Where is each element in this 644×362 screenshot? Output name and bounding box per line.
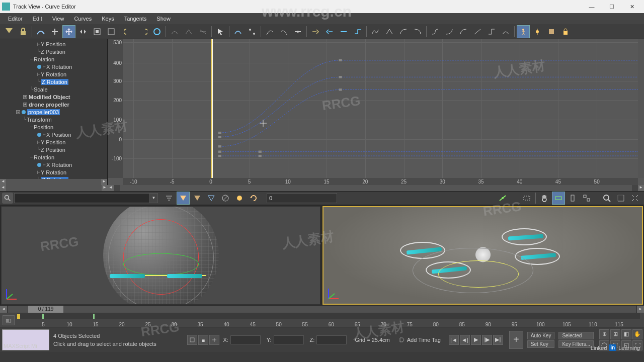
selection-lock-icon[interactable] — [198, 335, 208, 345]
parameter-curve-icon[interactable] — [136, 25, 149, 38]
auto-key-button[interactable]: Auto Key — [527, 332, 555, 339]
zoom-region-icon[interactable] — [520, 192, 533, 205]
show-keyable-icon[interactable] — [531, 25, 544, 38]
tree-item[interactable]: └Scale — [0, 85, 107, 93]
nav-fov-icon[interactable]: ◧ — [621, 329, 631, 339]
viewport-left[interactable] — [1, 206, 320, 305]
set-in-icon[interactable] — [309, 25, 322, 38]
select-icon[interactable] — [214, 25, 227, 38]
search-dropdown[interactable]: ▼ — [150, 193, 158, 203]
tree-item[interactable]: ⊢Y Position — [0, 40, 107, 48]
viewport-right[interactable] — [323, 206, 643, 305]
key-filters-button[interactable]: Key Filters... — [558, 340, 594, 348]
move-keys-icon[interactable] — [62, 25, 75, 38]
search-icon[interactable] — [2, 193, 13, 204]
tree-item[interactable]: ⊢Y Rotation — [0, 70, 107, 78]
tree-item[interactable]: +drone propeller — [0, 101, 107, 108]
edit-keys-icon[interactable] — [182, 25, 195, 38]
goto-start-icon[interactable]: |◄ — [449, 335, 459, 345]
lock-selection-icon[interactable] — [559, 25, 572, 38]
time-next-icon[interactable]: ► — [637, 306, 644, 313]
set-out-icon[interactable] — [323, 25, 336, 38]
name-search-input[interactable] — [14, 193, 150, 203]
tree-hscroll[interactable]: ◄► — [0, 179, 107, 185]
show-biped-icon[interactable] — [517, 25, 530, 38]
set-key-mode-button[interactable]: Set Key — [527, 340, 555, 348]
y-coord-input[interactable] — [274, 335, 304, 344]
filter-unlocked-icon[interactable] — [219, 192, 232, 205]
ease-out-icon[interactable] — [457, 25, 470, 38]
plot-area[interactable] — [123, 39, 638, 178]
lock-selection-toggle[interactable] — [187, 335, 197, 345]
ease-smooth-icon[interactable] — [499, 25, 512, 38]
controller-tree[interactable]: ⊢Y Position└Z Position─Rotation⊢X Rotati… — [0, 39, 108, 185]
nav-zoom-icon[interactable]: ⊕ — [599, 329, 609, 339]
isolate-icon[interactable] — [628, 192, 641, 205]
zoom-value-icon[interactable] — [580, 192, 593, 205]
tree-item[interactable]: ⊢X Rotation — [0, 63, 107, 70]
tangent-fast-icon[interactable] — [397, 25, 410, 38]
key-filter-selected[interactable]: Selected — [558, 332, 594, 339]
zoom-extents-icon[interactable] — [614, 192, 627, 205]
set-flat-icon[interactable] — [337, 25, 350, 38]
tangent-unify-icon[interactable] — [291, 25, 304, 38]
tree-item[interactable]: └Z Position — [0, 146, 107, 153]
pan-icon[interactable] — [538, 192, 551, 205]
zoom-vert-icon[interactable] — [566, 192, 579, 205]
goto-end-icon[interactable]: ▶| — [493, 335, 503, 345]
x-coord-input[interactable] — [230, 335, 261, 344]
filter-selected2-icon[interactable] — [205, 192, 218, 205]
menu-editor[interactable]: Editor — [3, 15, 28, 23]
tree-item[interactable]: ─Position — [0, 123, 107, 131]
menu-curves[interactable]: Curves — [69, 15, 97, 23]
set-step-icon[interactable] — [351, 25, 364, 38]
filter-world-icon[interactable] — [3, 25, 16, 38]
show-buffer-icon[interactable] — [150, 25, 164, 38]
nav-zoomall-icon[interactable]: ⊞ — [610, 329, 620, 339]
filter-animated-icon[interactable] — [177, 192, 190, 205]
set-key-button[interactable]: + — [509, 331, 523, 349]
filter-selected-icon[interactable] — [163, 192, 176, 205]
tangent-spline-icon[interactable] — [369, 25, 382, 38]
ease-step-icon[interactable] — [485, 25, 498, 38]
tangent-linear-icon[interactable] — [383, 25, 396, 38]
scale-keys-icon[interactable] — [91, 25, 104, 38]
lock-icon[interactable] — [17, 25, 30, 38]
filter-refresh-icon[interactable] — [247, 192, 260, 205]
add-time-tag[interactable]: Add Time Tag — [399, 337, 441, 343]
curve-graph[interactable]: 5304003002001000-100 -10-505101520253035… — [108, 39, 644, 185]
add-keys-icon[interactable] — [48, 25, 61, 38]
menu-keys[interactable]: Keys — [97, 15, 119, 23]
filter-keyable-icon[interactable] — [233, 192, 246, 205]
filter-active-icon[interactable] — [191, 192, 204, 205]
tree-item[interactable]: ⊢Y Position — [0, 138, 107, 146]
show-tangents-icon[interactable] — [496, 192, 509, 205]
menu-view[interactable]: View — [47, 15, 69, 23]
time-slider[interactable]: ◄ 0 / 119 ► — [0, 306, 644, 313]
zoom-icon[interactable] — [600, 192, 613, 205]
menu-tangents[interactable]: Tangents — [119, 15, 152, 23]
tree-item[interactable]: -propeller003 — [0, 108, 107, 116]
prev-frame-icon[interactable]: ◄| — [460, 335, 470, 345]
graph-hscroll[interactable] — [120, 185, 632, 191]
ease-linear-icon[interactable] — [471, 25, 484, 38]
tree-item[interactable]: └Z Position — [0, 48, 107, 55]
key-value-input[interactable] — [267, 193, 337, 203]
key-track[interactable] — [17, 313, 640, 319]
tree-item[interactable]: └Z Rotation — [0, 78, 107, 85]
tree-item[interactable]: ─Rotation — [0, 153, 107, 161]
edit-ranges-icon[interactable] — [196, 25, 209, 38]
close-button[interactable]: ✕ — [622, 0, 642, 13]
tree-item[interactable]: ⊢Y Rotation — [0, 168, 107, 176]
nav-pan-icon[interactable]: ✋ — [632, 329, 642, 339]
time-slider-thumb[interactable]: 0 / 119 — [28, 306, 63, 313]
graph-vscroll[interactable] — [638, 39, 644, 178]
ease-in-icon[interactable] — [443, 25, 456, 38]
tangent-slow-icon[interactable] — [411, 25, 424, 38]
tangent-break-icon[interactable] — [246, 25, 259, 38]
next-frame-icon[interactable]: |▶ — [482, 335, 492, 345]
zoom-horiz-icon[interactable] — [552, 192, 565, 205]
minimize-button[interactable]: — — [582, 0, 602, 13]
time-ruler[interactable]: 5101520253035404550556065707580859095100… — [0, 313, 644, 327]
maximize-button[interactable]: ☐ — [602, 0, 622, 13]
